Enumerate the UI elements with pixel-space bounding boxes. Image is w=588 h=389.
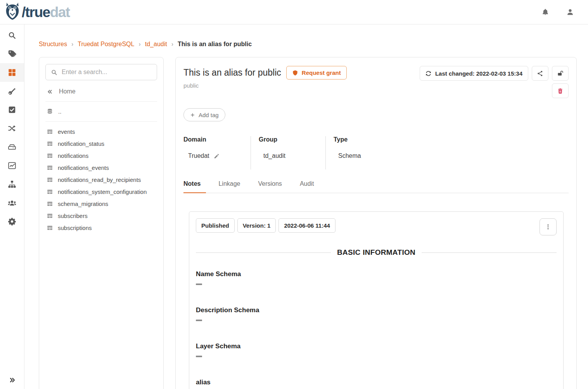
note-field-label: alias	[196, 378, 557, 387]
table-link[interactable]: notifications	[45, 150, 157, 162]
tab[interactable]: Notes	[183, 180, 206, 193]
table-icon	[47, 164, 53, 171]
meta-row: Domain Truedat Group td_audit	[183, 136, 569, 169]
meta-type: Type Schema	[325, 136, 361, 169]
type-label: Type	[334, 136, 361, 143]
tab[interactable]: Versions	[258, 180, 287, 193]
table-link[interactable]: schema_migrations	[45, 198, 157, 210]
table-icon	[47, 176, 53, 183]
search-input[interactable]	[62, 69, 152, 76]
timestamp-badge: 2022-06-06 11:44	[278, 218, 335, 233]
note-fields: Name Schema Description Schema Layer Sch…	[196, 270, 557, 389]
parent-directory-link[interactable]: ..	[45, 102, 157, 121]
header-actions	[541, 7, 575, 17]
table-name: notifications_system_configuration	[58, 188, 147, 195]
angle-double-left-icon	[47, 88, 53, 95]
rail-item[interactable]	[0, 82, 24, 100]
kebab-icon	[545, 223, 552, 230]
grid-icon	[8, 68, 16, 77]
rail-item[interactable]	[0, 45, 24, 63]
note-field: Description Schema	[196, 306, 557, 329]
table-link[interactable]: notifications_read_by_recipients	[45, 174, 157, 186]
structure-search-box	[45, 64, 157, 80]
tab[interactable]: Linkage	[218, 180, 246, 193]
table-icon	[47, 152, 53, 159]
table-link[interactable]: notifications_system_configuration	[45, 186, 157, 198]
table-link[interactable]: notification_status	[45, 138, 157, 150]
status-badge: Published	[196, 218, 235, 233]
tab-bar: Notes Linkage Versions Audit	[183, 180, 569, 193]
trash-icon	[557, 88, 564, 94]
table-link[interactable]: subscriptions	[45, 222, 157, 234]
page-title: This is an alias for public	[183, 67, 281, 78]
shuffle-icon	[8, 124, 16, 133]
rail-item[interactable]	[0, 175, 24, 194]
note-field: Layer Schema	[196, 342, 557, 365]
user-account-icon[interactable]	[566, 7, 575, 17]
structure-subtitle: public	[183, 82, 347, 89]
table-icon	[47, 201, 53, 207]
table-link[interactable]: notifications_events	[45, 162, 157, 174]
logo-wordmark: /truedat	[22, 5, 70, 19]
home-link[interactable]: Home	[45, 80, 157, 101]
rail-item[interactable]	[0, 156, 24, 175]
search-icon	[8, 31, 16, 40]
rail-item[interactable]	[0, 100, 24, 119]
breadcrumb-item[interactable]: Structures	[39, 41, 67, 48]
check-square-icon	[8, 105, 16, 114]
group-value: td_audit	[263, 152, 285, 159]
rail-item[interactable]	[0, 26, 24, 45]
detail-header: This is an alias for public Request gran…	[183, 66, 569, 98]
note-field: Name Schema	[196, 270, 557, 293]
rail-item[interactable]	[0, 212, 24, 231]
meta-domain: Domain Truedat	[183, 136, 251, 169]
add-tag-button[interactable]: Add tag	[183, 108, 225, 121]
detail-header-left: This is an alias for public Request gran…	[183, 66, 347, 89]
note-field-label: Layer Schema	[196, 342, 557, 351]
table-icon	[47, 213, 53, 219]
main-content: Structures Truedat PostgreSQL td_audit T…	[24, 24, 588, 389]
breadcrumb-item: This is an alias for public	[167, 41, 252, 48]
unlock-button[interactable]	[552, 66, 569, 81]
angle-double-right-icon[interactable]	[0, 374, 24, 386]
sitemap-icon	[8, 180, 16, 188]
plus-icon	[190, 112, 195, 118]
breadcrumb-item[interactable]: Truedat PostgreSQL	[67, 41, 134, 48]
owl-logo-icon	[4, 2, 21, 22]
version-badge: Version: 1	[237, 218, 276, 233]
type-value: Schema	[338, 152, 361, 159]
database-icon	[47, 108, 53, 115]
table-name: notifications	[58, 152, 88, 159]
note-field-label: Name Schema	[196, 270, 557, 278]
request-grant-button[interactable]: Request grant	[286, 66, 347, 80]
rail-item[interactable]	[0, 138, 24, 156]
share-icon	[537, 70, 543, 77]
breadcrumb-item[interactable]: td_audit	[134, 41, 167, 48]
truedat-logo[interactable]: /truedat	[4, 2, 70, 22]
notifications-bell-icon[interactable]	[541, 7, 550, 17]
divider	[422, 252, 557, 253]
section-title: BASIC INFORMATION	[196, 248, 557, 257]
table-link[interactable]: subscribers	[45, 210, 157, 222]
parent-directory-label: ..	[58, 108, 61, 115]
key-icon	[8, 87, 16, 95]
table-link[interactable]: events	[45, 126, 157, 138]
table-name: notifications_read_by_recipients	[58, 176, 141, 183]
rail-item[interactable]	[0, 119, 24, 138]
tags-icon	[8, 50, 16, 58]
users-icon	[8, 199, 16, 207]
rail-item[interactable]	[0, 63, 24, 82]
edit-domain-button[interactable]	[214, 153, 220, 159]
last-changed-button[interactable]: Last changed: 2022-02-03 15:34	[420, 66, 528, 81]
note-field-value	[196, 284, 557, 293]
structure-detail-panel: This is an alias for public Request gran…	[175, 57, 577, 389]
tab[interactable]: Audit	[300, 180, 319, 193]
domain-label: Domain	[183, 136, 251, 143]
rail-item[interactable]	[0, 194, 24, 212]
table-name: subscriptions	[58, 225, 92, 231]
delete-button[interactable]	[552, 83, 569, 98]
note-card-header: Published Version: 1 2022-06-06 11:44	[196, 218, 557, 235]
share-button[interactable]	[532, 66, 548, 81]
kebab-menu-button[interactable]	[540, 218, 557, 235]
detail-header-actions: Last changed: 2022-02-03 15:34	[420, 66, 569, 98]
